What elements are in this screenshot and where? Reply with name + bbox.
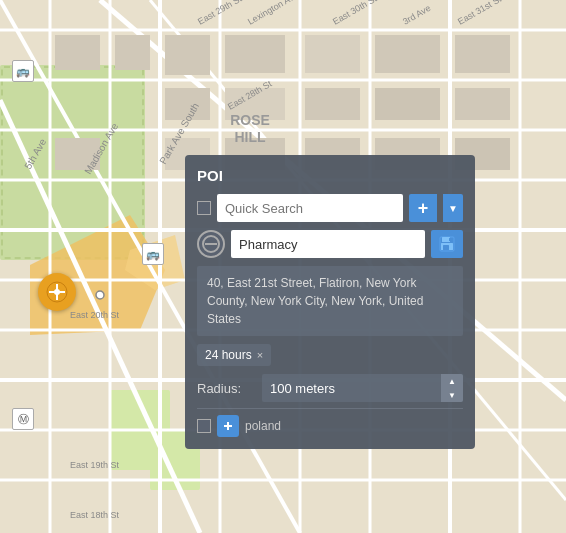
svg-rect-72	[443, 245, 449, 250]
svg-text:East 20th St: East 20th St	[70, 310, 120, 320]
svg-rect-34	[305, 35, 360, 73]
poi-name-input[interactable]	[231, 230, 425, 258]
add-button[interactable]: +	[409, 194, 437, 222]
svg-rect-30	[55, 35, 100, 70]
svg-rect-70	[442, 237, 450, 242]
radius-row: Radius: ▲ ▼	[197, 374, 463, 402]
address-box: 40, East 21st Street, Flatiron, New York…	[197, 266, 463, 336]
bottom-poi-label: poland	[245, 419, 281, 433]
poi-input-row	[197, 230, 463, 258]
dropdown-button[interactable]: ▼	[443, 194, 463, 222]
svg-rect-32	[165, 35, 210, 75]
svg-rect-35	[375, 35, 440, 73]
panel-title: POI	[197, 167, 463, 184]
no-entry-icon	[197, 230, 225, 258]
svg-rect-40	[375, 88, 440, 120]
svg-rect-39	[305, 88, 360, 120]
address-text: 40, East 21st Street, Flatiron, New York…	[207, 276, 423, 326]
svg-text:East 18th St: East 18th St	[70, 510, 120, 520]
search-checkbox[interactable]	[197, 201, 211, 215]
location-button[interactable]	[38, 273, 76, 311]
radius-spinners: ▲ ▼	[441, 374, 463, 402]
svg-point-66	[54, 289, 60, 295]
search-row: + ▼	[197, 194, 463, 222]
save-button[interactable]	[431, 230, 463, 258]
svg-rect-73	[449, 238, 451, 241]
bottom-poi-item: poland	[197, 408, 463, 437]
radius-label: Radius:	[197, 381, 252, 396]
tag-label: 24 hours	[205, 348, 252, 362]
svg-point-62	[96, 291, 104, 299]
svg-rect-36	[455, 35, 510, 73]
bottom-poi-icon	[217, 415, 239, 437]
svg-text:HILL: HILL	[234, 129, 266, 145]
bus-icon-1: 🚌	[12, 60, 34, 82]
radius-increase-button[interactable]: ▲	[441, 374, 463, 388]
poi-panel: POI + ▼ 40, East 21st Street, Flati	[185, 155, 475, 449]
radius-decrease-button[interactable]: ▼	[441, 388, 463, 402]
bus-icon-2: 🚌	[142, 243, 164, 265]
svg-rect-41	[455, 88, 510, 120]
tags-row: 24 hours ×	[197, 344, 463, 366]
radius-input-wrap: ▲ ▼	[262, 374, 463, 402]
tag-close-icon[interactable]: ×	[257, 349, 263, 361]
svg-text:East 19th St: East 19th St	[70, 460, 120, 470]
svg-rect-31	[115, 35, 150, 70]
metro-icon: Ⓜ	[12, 408, 34, 430]
bottom-poi-checkbox[interactable]	[197, 419, 211, 433]
svg-text:ROSE: ROSE	[230, 112, 270, 128]
svg-rect-33	[225, 35, 285, 73]
search-input[interactable]	[217, 194, 403, 222]
radius-input[interactable]	[262, 374, 463, 402]
tag-24hours[interactable]: 24 hours ×	[197, 344, 271, 366]
